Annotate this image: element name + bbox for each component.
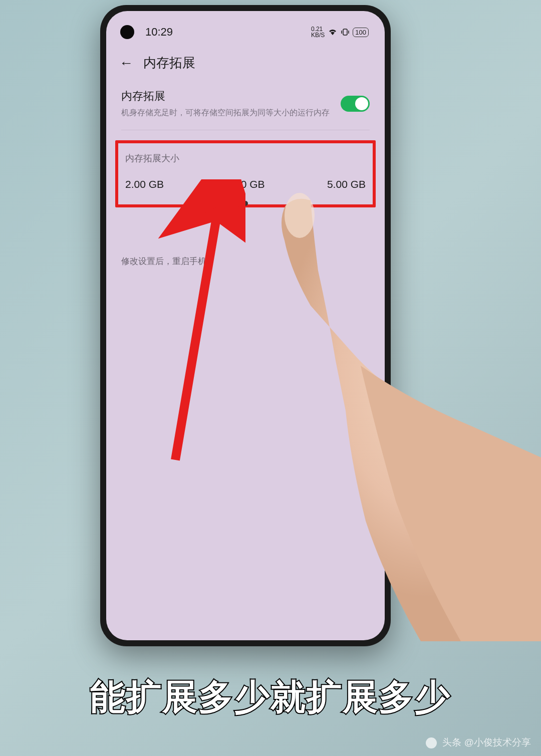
size-option-5gb[interactable]: 5.00 GB: [327, 178, 366, 190]
selected-indicator-icon: [243, 201, 248, 206]
toggle-text: 内存拓展 机身存储充足时，可将存储空间拓展为同等大小的运行内存: [121, 89, 335, 119]
wifi-icon: [328, 28, 338, 36]
camera-hole: [120, 25, 134, 39]
status-time: 10:29: [145, 26, 173, 39]
phone-frame: 10:29 0.21 KB/S 100 ← 内存拓: [100, 5, 391, 646]
phone-container: 10:29 0.21 KB/S 100 ← 内存拓: [100, 5, 391, 646]
restart-note: 修改设置后，重启手机: [106, 207, 385, 267]
ram-extension-toggle-row: 内存拓展 机身存储充足时，可将存储空间拓展为同等大小的运行内存: [106, 81, 385, 130]
attribution-text: 头条 @小俊技术分享: [442, 737, 531, 747]
speed-unit: KB/S: [311, 32, 325, 39]
ram-extension-toggle[interactable]: [341, 96, 370, 112]
network-speed: 0.21 KB/S: [311, 26, 325, 38]
attribution: 头条 @小俊技术分享: [426, 736, 531, 749]
toggle-title: 内存拓展: [121, 89, 335, 104]
phone-screen: 10:29 0.21 KB/S 100 ← 内存拓: [106, 11, 385, 640]
page-header: ← 内存拓展: [106, 45, 385, 81]
video-caption: 能扩展多少就扩展多少: [0, 674, 541, 721]
size-option-3gb[interactable]: 3.00 GB: [226, 178, 264, 190]
toggle-description: 机身存储充足时，可将存储空间拓展为同等大小的运行内存: [121, 107, 335, 119]
vibrate-icon: [341, 28, 350, 36]
size-selection-highlight: 内存拓展大小 2.00 GB 3.00 GB 5.00 GB: [115, 140, 376, 207]
size-options: 2.00 GB 3.00 GB 5.00 GB: [125, 178, 366, 190]
size-option-2gb[interactable]: 2.00 GB: [125, 178, 164, 190]
back-button[interactable]: ←: [119, 55, 133, 71]
page-title: 内存拓展: [143, 54, 195, 72]
toutiao-logo-icon: [426, 737, 437, 748]
size-section-label: 内存拓展大小: [125, 152, 366, 164]
status-icons: 0.21 KB/S 100: [311, 26, 369, 38]
battery-level: 100: [353, 28, 369, 37]
status-bar: 10:29 0.21 KB/S 100: [106, 11, 385, 45]
toggle-knob: [355, 97, 368, 110]
divider: [121, 130, 370, 130]
svg-rect-0: [343, 29, 347, 35]
